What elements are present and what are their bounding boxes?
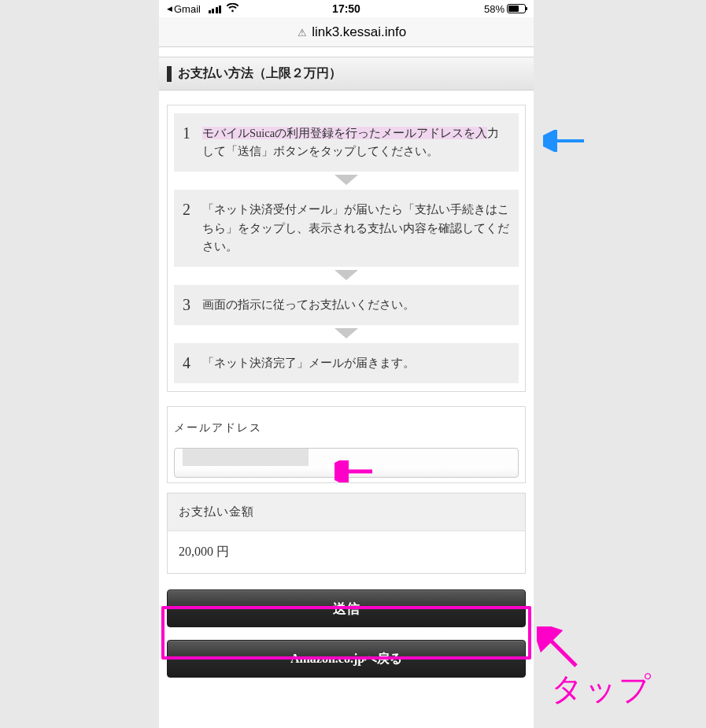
svg-marker-2 [335, 328, 358, 338]
annotation-arrow-blue [543, 130, 590, 155]
step-2: 2 「ネット決済受付メール」が届いたら「支払い手続きはこちら」をタップし、表示さ… [174, 190, 519, 267]
email-redacted [183, 449, 309, 466]
cell-signal-icon [209, 5, 222, 13]
amount-value: 20,000 円 [168, 531, 525, 573]
step-number: 4 [179, 354, 194, 372]
battery-percent: 58% [484, 3, 505, 15]
browser-url-bar[interactable]: ⚠︎ link3.kessai.info [159, 17, 534, 47]
not-secure-icon: ⚠︎ [286, 26, 307, 39]
url-host: link3.kessai.info [312, 24, 406, 40]
step-text: 画面の指示に従ってお支払いください。 [202, 296, 511, 314]
battery-icon [507, 4, 526, 13]
svg-marker-1 [335, 270, 358, 280]
title-marker-icon [167, 66, 172, 82]
amount-card: お支払い金額 20,000 円 [167, 493, 526, 574]
step-3: 3 画面の指示に従ってお支払いください。 [174, 285, 519, 325]
steps-card: 1 モバイルSuicaの利用登録を行ったメールアドレスを入力して「送信」ボタンを… [167, 105, 526, 392]
ios-status-bar: Gmail 17:50 58% [159, 0, 534, 17]
svg-line-8 [546, 636, 576, 666]
step-number: 3 [179, 296, 194, 314]
email-label: メールアドレス [168, 407, 525, 448]
step-number: 2 [179, 201, 194, 219]
phone-frame: Gmail 17:50 58% ⚠︎ link3.kessai.info お支払… [159, 0, 534, 728]
step-number: 1 [179, 124, 194, 142]
amount-label: お支払い金額 [168, 493, 525, 531]
step-divider-icon [174, 325, 519, 343]
email-card: メールアドレス [167, 406, 526, 483]
email-field[interactable] [174, 448, 519, 478]
step-divider-icon [174, 267, 519, 285]
step-1: 1 モバイルSuicaの利用登録を行ったメールアドレスを入力して「送信」ボタンを… [174, 113, 519, 172]
back-to-app[interactable]: Gmail [167, 3, 201, 15]
back-button[interactable]: Amazon.co.jpへ戻る [167, 640, 526, 678]
step-text: モバイルSuicaの利用登録を行ったメールアドレスを入力して「送信」ボタンをタッ… [202, 124, 511, 161]
annotation-tap-label: タップ [551, 667, 652, 711]
page-content: お支払い方法（上限２万円） 1 モバイルSuicaの利用登録を行ったメールアドレ… [159, 47, 534, 728]
submit-button[interactable]: 送信 [167, 589, 526, 627]
step-text: 「ネット決済完了」メールが届きます。 [202, 354, 511, 372]
step-1-highlight: モバイルSuicaの利用登録を行ったメールアドレスを入 [202, 127, 487, 139]
section-title: お支払い方法（上限２万円） [159, 57, 534, 91]
section-title-label: お支払い方法（上限２万円） [178, 65, 342, 82]
wifi-icon [226, 3, 239, 15]
status-time: 17:50 [332, 2, 360, 15]
step-divider-icon [174, 172, 519, 190]
step-text: 「ネット決済受付メール」が届いたら「支払い手続きはこちら」をタップし、表示される… [202, 201, 511, 256]
svg-marker-0 [335, 175, 358, 185]
step-4: 4 「ネット決済完了」メールが届きます。 [174, 343, 519, 383]
